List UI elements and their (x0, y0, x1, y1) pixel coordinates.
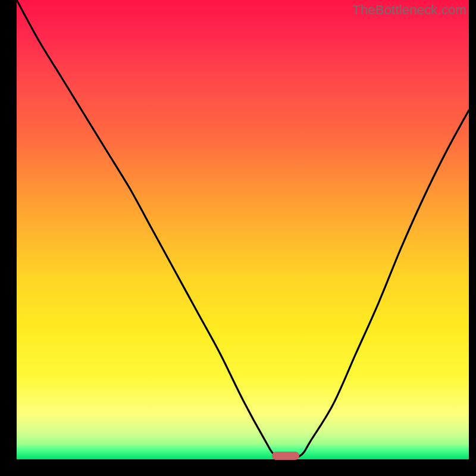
bottleneck-curve-svg (17, 0, 469, 459)
optimal-point-marker (272, 452, 299, 460)
plot-area (17, 0, 469, 459)
watermark-text: TheBottleneck.com (352, 2, 466, 18)
chart-container: TheBottleneck.com (0, 0, 476, 476)
bottleneck-curve-line (17, 0, 469, 459)
